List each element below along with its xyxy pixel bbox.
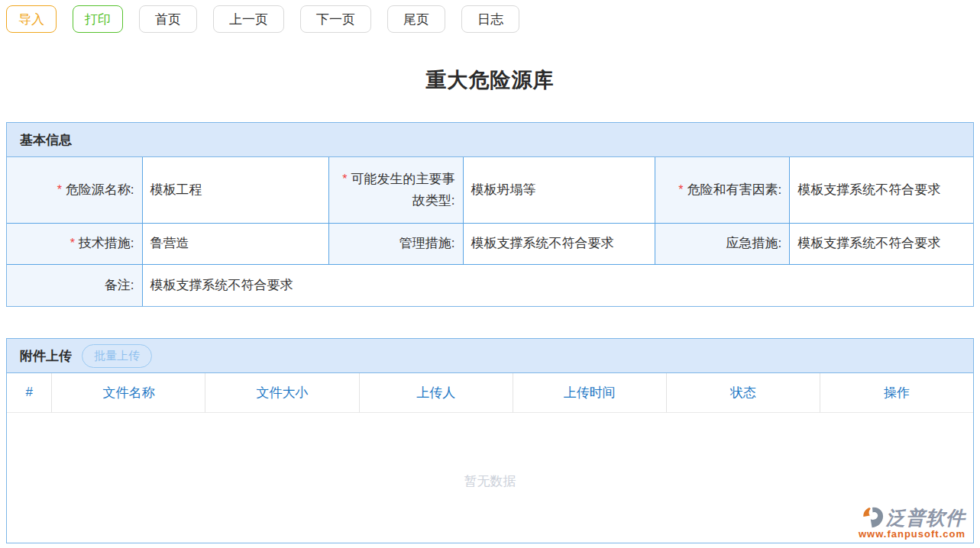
required-asterisk: * — [678, 183, 683, 196]
basic-info-header: 基本信息 — [7, 123, 973, 157]
column-header-file-name: 文件名称 — [52, 373, 205, 412]
field-value: 模板支撑系统不符合要求 — [790, 157, 973, 223]
column-header-upload-time: 上传时间 — [513, 373, 666, 412]
field-value: 鲁营造 — [142, 223, 328, 264]
table-row: *技术措施: 鲁营造 管理措施: 模板支撑系统不符合要求 应急措施: 模板支撑系… — [7, 223, 973, 264]
attachments-table: # 文件名称 文件大小 上传人 上传时间 状态 操作 — [7, 373, 973, 413]
toolbar: 导入 打印 首页 上一页 下一页 尾页 日志 — [0, 0, 980, 33]
first-page-button[interactable]: 首页 — [139, 5, 197, 33]
empty-state-text: 暂无数据 — [7, 472, 973, 490]
basic-info-title: 基本信息 — [20, 131, 72, 149]
field-value: 模板工程 — [142, 157, 328, 223]
attachments-header: 附件上传 批量上传 — [7, 339, 973, 373]
column-header-actions: 操作 — [820, 373, 973, 412]
column-header-file-size: 文件大小 — [205, 373, 359, 412]
attachments-empty-body: 暂无数据 泛普软件 www.fanpusoft.com — [7, 413, 973, 543]
field-value: 模板支撑系统不符合要求 — [463, 223, 655, 264]
field-value: 模板支撑系统不符合要求 — [790, 223, 973, 264]
column-header-index: # — [7, 373, 52, 412]
attachments-section: 附件上传 批量上传 # 文件名称 文件大小 上传人 上传时间 状态 操作 暂无数… — [6, 338, 974, 543]
prev-page-button[interactable]: 上一页 — [213, 5, 284, 33]
brand-name: 泛普软件 — [886, 505, 965, 530]
required-asterisk: * — [57, 183, 62, 196]
field-label: 应急措施: — [655, 223, 790, 264]
basic-info-table: *危险源名称: 模板工程 *可能发生的主要事故类型: 模板坍塌等 *危险和有害因… — [7, 157, 973, 306]
field-label: *可能发生的主要事故类型: — [328, 157, 463, 223]
column-header-status: 状态 — [666, 373, 820, 412]
batch-upload-button[interactable]: 批量上传 — [82, 344, 152, 368]
brand-url: www.fanpusoft.com — [859, 528, 965, 540]
field-label: *危险源名称: — [7, 157, 142, 223]
brand-logo-icon — [862, 506, 885, 529]
table-row: *危险源名称: 模板工程 *可能发生的主要事故类型: 模板坍塌等 *危险和有害因… — [7, 157, 973, 223]
required-asterisk: * — [342, 172, 347, 185]
next-page-button[interactable]: 下一页 — [300, 5, 371, 33]
field-label: 备注: — [7, 264, 142, 306]
column-header-uploader: 上传人 — [359, 373, 513, 412]
brand-watermark: 泛普软件 www.fanpusoft.com — [859, 505, 965, 540]
table-row: 备注: 模板支撑系统不符合要求 — [7, 264, 973, 306]
field-label: *危险和有害因素: — [655, 157, 790, 223]
page-title: 重大危险源库 — [0, 66, 980, 94]
field-label: *技术措施: — [7, 223, 142, 264]
attachments-table-header-row: # 文件名称 文件大小 上传人 上传时间 状态 操作 — [7, 373, 973, 412]
required-asterisk: * — [70, 237, 75, 250]
print-button[interactable]: 打印 — [73, 5, 123, 33]
field-label: 管理措施: — [328, 223, 463, 264]
import-button[interactable]: 导入 — [6, 5, 57, 33]
log-button[interactable]: 日志 — [461, 5, 519, 33]
last-page-button[interactable]: 尾页 — [387, 5, 445, 33]
field-value: 模板支撑系统不符合要求 — [142, 264, 973, 306]
basic-info-section: 基本信息 *危险源名称: 模板工程 *可能发生的主要事故类型: 模板坍塌等 *危… — [6, 122, 974, 307]
attachments-title: 附件上传 — [20, 347, 72, 365]
field-value: 模板坍塌等 — [463, 157, 655, 223]
